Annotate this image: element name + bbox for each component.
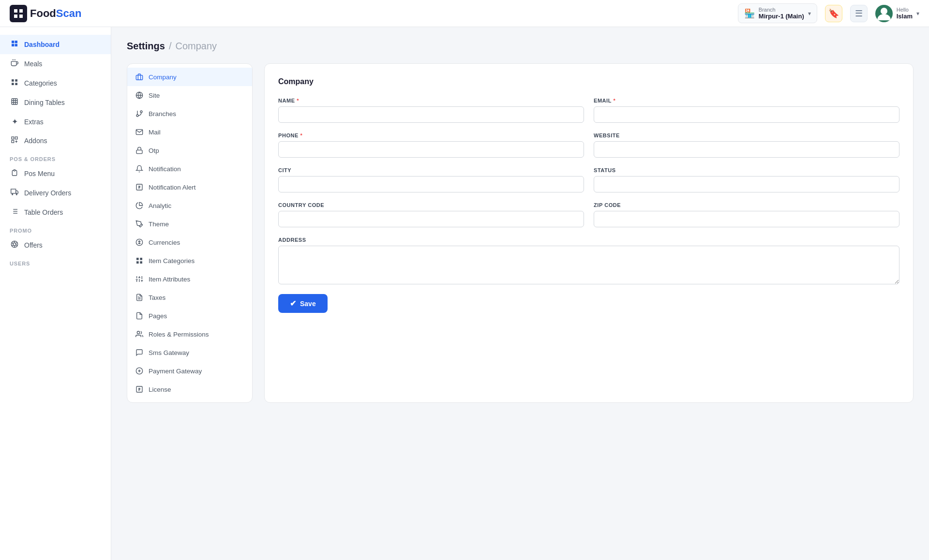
settings-nav-payment-gateway[interactable]: Payment Gateway xyxy=(127,362,252,380)
section-promo: PROMO xyxy=(0,222,111,236)
save-button[interactable]: ✔ Save xyxy=(278,294,328,313)
sidebar-item-extras[interactable]: ✦ Extras xyxy=(0,112,111,131)
sidebar-label: Delivery Orders xyxy=(24,189,71,197)
mail-icon xyxy=(135,128,144,136)
settings-nav-label: Item Attributes xyxy=(149,276,190,283)
settings-nav-notification-alert[interactable]: Notification Alert xyxy=(127,178,252,196)
settings-nav-otp[interactable]: Otp xyxy=(127,141,252,160)
sidebar-item-dashboard[interactable]: Dashboard xyxy=(0,35,111,54)
sidebar-item-meals[interactable]: Meals xyxy=(0,54,111,74)
svg-point-16 xyxy=(140,111,142,113)
svg-rect-18 xyxy=(136,150,142,153)
form-row-phone-website: PHONE * WEBSITE xyxy=(278,133,899,158)
branch-label: Branch xyxy=(759,7,804,13)
bookmark-button[interactable]: 🔖 xyxy=(825,5,842,22)
sidebar-label: Offers xyxy=(24,241,43,249)
status-label: STATUS xyxy=(594,167,899,173)
settings-nav-currencies[interactable]: Currencies xyxy=(127,233,252,251)
settings-nav-label: Otp xyxy=(149,147,159,154)
sidebar-item-addons[interactable]: Addons xyxy=(0,131,111,150)
website-input[interactable] xyxy=(594,141,899,158)
form-row-address: ADDRESS xyxy=(278,237,899,284)
phone-required-indicator: * xyxy=(300,133,302,138)
sidebar-label: Pos Menu xyxy=(24,170,55,177)
sidebar-label: Meals xyxy=(24,60,42,68)
settings-nav-label: Mail xyxy=(149,129,161,136)
taxes-icon xyxy=(135,293,144,302)
logo-icon xyxy=(10,5,27,22)
country-code-input[interactable] xyxy=(278,211,584,227)
form-group-status: STATUS xyxy=(594,167,899,192)
phone-label: PHONE * xyxy=(278,133,584,138)
settings-nav-label: Roles & Permissions xyxy=(149,331,209,338)
sidebar-label: Dining Tables xyxy=(24,99,65,106)
settings-nav-item-attributes[interactable]: Item Attributes xyxy=(127,270,252,288)
pages-icon xyxy=(135,311,144,320)
sidebar-item-table-orders[interactable]: Table Orders xyxy=(0,203,111,222)
address-textarea[interactable] xyxy=(278,246,899,284)
settings-nav-roles-permissions[interactable]: Roles & Permissions xyxy=(127,325,252,343)
settings-nav-label: Analytic xyxy=(149,202,171,209)
country-code-label: COUNTRY CODE xyxy=(278,202,584,208)
name-input[interactable] xyxy=(278,106,584,123)
sidebar-item-pos-menu[interactable]: Pos Menu xyxy=(0,164,111,183)
settings-nav-label: License xyxy=(149,386,171,393)
settings-nav-pages[interactable]: Pages xyxy=(127,307,252,325)
settings-nav-label: Company xyxy=(149,74,177,81)
email-input[interactable] xyxy=(594,106,899,123)
theme-icon xyxy=(135,220,144,228)
settings-nav-branches[interactable]: Branches xyxy=(127,104,252,123)
name-label: NAME * xyxy=(278,98,584,103)
settings-nav-site[interactable]: Site xyxy=(127,86,252,104)
logo-food: FoodScan xyxy=(30,7,81,20)
settings-nav-label: Item Categories xyxy=(149,257,195,265)
branch-selector[interactable]: 🏪 Branch Mirpur-1 (Main) ▾ xyxy=(738,3,817,23)
sidebar-label: Dashboard xyxy=(24,41,60,48)
otp-icon xyxy=(135,146,144,155)
settings-nav-analytic[interactable]: Analytic xyxy=(127,196,252,215)
analytic-icon xyxy=(135,201,144,210)
settings-nav-label: Site xyxy=(149,92,160,99)
menu-button[interactable]: ☰ xyxy=(850,5,868,22)
topnav-right: 🏪 Branch Mirpur-1 (Main) ▾ 🔖 ☰ Hello Isl… xyxy=(738,3,919,23)
settings-nav-mail[interactable]: Mail xyxy=(127,123,252,141)
city-input[interactable] xyxy=(278,176,584,192)
site-icon xyxy=(135,91,144,100)
sidebar-item-delivery-orders[interactable]: Delivery Orders xyxy=(0,183,111,203)
topnav: FoodScan 🏪 Branch Mirpur-1 (Main) ▾ 🔖 ☰ … xyxy=(0,0,929,27)
user-menu[interactable]: Hello Islam ▾ xyxy=(875,5,919,22)
email-required-indicator: * xyxy=(613,98,615,103)
app-logo[interactable]: FoodScan xyxy=(10,5,81,22)
sidebar-item-dining-tables[interactable]: Dining Tables xyxy=(0,93,111,112)
table-orders-icon xyxy=(10,207,19,217)
sidebar: Dashboard Meals Categories Dining Tables… xyxy=(0,27,111,560)
sidebar-item-categories[interactable]: Categories xyxy=(0,74,111,93)
form-group-address: ADDRESS xyxy=(278,237,899,284)
zip-code-label: ZIP CODE xyxy=(594,202,899,208)
save-label: Save xyxy=(300,300,316,308)
company-form-panel: Company NAME * EMAIL * xyxy=(264,63,914,403)
status-input[interactable] xyxy=(594,176,899,192)
settings-nav-notification[interactable]: Notification xyxy=(127,160,252,178)
settings-nav-license[interactable]: License xyxy=(127,380,252,398)
form-row-city-status: CITY STATUS xyxy=(278,167,899,192)
currencies-icon xyxy=(135,238,144,247)
city-label: CITY xyxy=(278,167,584,173)
form-group-zip-code: ZIP CODE xyxy=(594,202,899,227)
item-attributes-icon xyxy=(135,275,144,283)
sidebar-label: Addons xyxy=(24,137,47,145)
settings-nav-item-categories[interactable]: Item Categories xyxy=(127,251,252,270)
sidebar-item-offers[interactable]: Offers xyxy=(0,236,111,255)
svg-rect-3 xyxy=(15,137,17,139)
settings-nav-company[interactable]: Company xyxy=(127,68,252,86)
content-grid: Company Site Branches xyxy=(127,63,914,403)
settings-nav-sms-gateway[interactable]: Sms Gateway xyxy=(127,343,252,362)
zip-code-input[interactable] xyxy=(594,211,899,227)
svg-rect-4 xyxy=(12,140,14,143)
settings-nav-theme[interactable]: Theme xyxy=(127,215,252,233)
settings-nav-taxes[interactable]: Taxes xyxy=(127,288,252,307)
phone-input[interactable] xyxy=(278,141,584,158)
settings-nav-label: Theme xyxy=(149,221,169,228)
branches-icon xyxy=(135,109,144,118)
settings-nav-label: Currencies xyxy=(149,239,180,246)
